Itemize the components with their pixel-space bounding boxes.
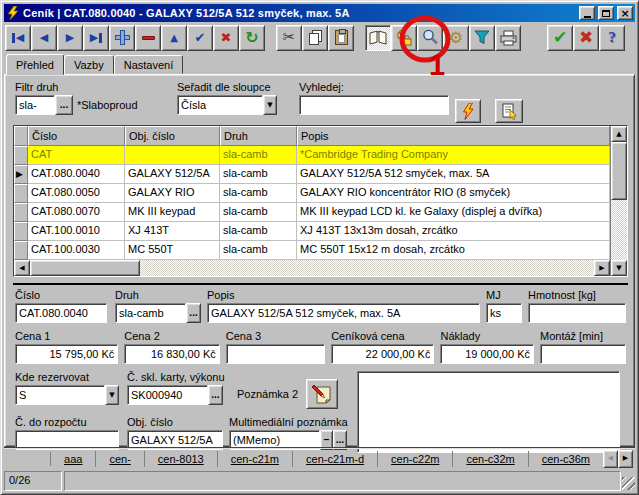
popis-field[interactable]	[207, 303, 480, 323]
horizontal-scroll-thumb[interactable]	[30, 260, 140, 276]
paste-button[interactable]	[328, 25, 354, 51]
discard-button[interactable]: ✖	[573, 25, 599, 51]
mj-field[interactable]	[486, 303, 522, 323]
permissions-button[interactable]	[391, 25, 417, 51]
close-button[interactable]: ×	[617, 6, 633, 20]
copy-button[interactable]	[302, 25, 328, 51]
table-row[interactable]: ▶ CAT.080.0040 GALAXY 512/5A sla-camb GA…	[14, 165, 610, 184]
footer-link-cen-8013[interactable]: cen-8013	[145, 451, 218, 467]
vertical-scroll-thumb[interactable]	[611, 142, 627, 200]
footer-link-aaa[interactable]: aaa	[51, 451, 96, 467]
cell-cislo[interactable]: CAT.080.0070	[28, 203, 125, 222]
search-button[interactable]	[417, 25, 443, 51]
vertical-scrollbar[interactable]: ▲ ▼	[610, 126, 627, 276]
first-record-button[interactable]: ◀	[5, 25, 31, 51]
sort-dropdown-button[interactable]: ▼	[263, 95, 277, 115]
kde-dropdown-button[interactable]: ▼	[105, 385, 119, 405]
column-header-druh[interactable]: Druh	[220, 126, 297, 146]
cislo-field[interactable]	[15, 303, 107, 323]
cell-cislo[interactable]: CAT	[28, 146, 125, 165]
footer-link-cen-c21m-d[interactable]: cen-c21m-d	[293, 451, 378, 467]
table-row[interactable]: CAT sla-camb *Cambridge Trading Company	[14, 146, 610, 165]
scroll-right-button[interactable]: ▶	[594, 260, 610, 276]
scroll-down-button[interactable]: ▼	[611, 260, 627, 276]
cell-druh[interactable]: sla-camb	[220, 222, 297, 241]
search-input[interactable]	[299, 95, 449, 115]
help-button[interactable]: ?	[599, 25, 625, 51]
cell-obj-cislo[interactable]: MC 550T	[125, 241, 220, 260]
row-selector[interactable]	[14, 222, 28, 241]
cena3-field[interactable]	[226, 344, 325, 364]
footer-scroll-left-button[interactable]: ◀	[603, 450, 618, 468]
skl-karta-ellipsis-button[interactable]: ...	[208, 385, 223, 405]
sort-combobox[interactable]	[177, 95, 263, 115]
print-button[interactable]	[495, 25, 521, 51]
quick-search-button[interactable]	[455, 99, 481, 123]
column-header-obj-cislo[interactable]: Obj. číslo	[125, 126, 220, 146]
cenikova-cena-field[interactable]	[331, 344, 434, 364]
last-record-button[interactable]: ▶	[83, 25, 109, 51]
footer-link-cen-c32m[interactable]: cen-c32m	[453, 451, 528, 467]
cell-obj-cislo[interactable]	[125, 146, 220, 165]
maximize-button[interactable]	[598, 6, 614, 20]
resize-grip[interactable]	[622, 477, 635, 490]
cell-druh[interactable]: sla-camb	[220, 241, 297, 260]
table-row[interactable]: CAT.100.0030 MC 550T sla-camb MC 550T 15…	[14, 241, 610, 260]
insert-record-button[interactable]	[109, 25, 135, 51]
row-selector[interactable]	[14, 203, 28, 222]
kde-rezervovat-combobox[interactable]	[15, 385, 105, 405]
row-selector-current[interactable]: ▶	[14, 165, 28, 184]
horizontal-scrollbar[interactable]: ◀ ▶	[14, 260, 610, 276]
montaz-field[interactable]	[540, 344, 626, 364]
naklady-field[interactable]	[440, 344, 534, 364]
row-selector[interactable]	[14, 241, 28, 260]
cell-cislo[interactable]: CAT.080.0050	[28, 184, 125, 203]
cell-druh[interactable]: sla-camb	[220, 146, 297, 165]
footer-link-cen[interactable]: cen-	[96, 451, 144, 467]
tab-nastaveni[interactable]: Nastavení	[114, 55, 184, 74]
cell-druh[interactable]: sla-camb	[220, 184, 297, 203]
cell-obj-cislo[interactable]: GALAXY RIO	[125, 184, 220, 203]
table-row[interactable]: CAT.080.0050 GALAXY RIO sla-camb GALAXY …	[14, 184, 610, 203]
cell-druh[interactable]: sla-camb	[220, 165, 297, 184]
tab-prehled[interactable]: Přehled	[6, 54, 64, 75]
settings-button[interactable]: ⚙	[443, 25, 469, 51]
cell-popis[interactable]: MC 550T 15x12 m dosah, zrcátko	[297, 241, 610, 260]
druh-field[interactable]	[115, 303, 186, 323]
prev-record-button[interactable]: ◀	[31, 25, 57, 51]
cell-popis[interactable]: *Cambridge Trading Company	[297, 146, 610, 165]
filter-druh-ellipsis-button[interactable]: ...	[55, 95, 73, 115]
druh-ellipsis-button[interactable]: ...	[186, 303, 201, 323]
filter-druh-input[interactable]	[15, 95, 55, 115]
skl-karta-field[interactable]	[127, 385, 208, 405]
column-header-popis[interactable]: Popis	[297, 126, 610, 146]
cell-obj-cislo[interactable]: MK III keypad	[125, 203, 220, 222]
cell-cislo[interactable]: CAT.080.0040	[28, 165, 125, 184]
ok-button[interactable]: ✔	[547, 25, 573, 51]
cancel-record-button[interactable]: ✖	[213, 25, 239, 51]
post-record-button[interactable]: ✔	[187, 25, 213, 51]
next-record-button[interactable]: ▶	[57, 25, 83, 51]
cena1-field[interactable]	[15, 344, 118, 364]
table-row[interactable]: CAT.080.0070 MK III keypad sla-camb MK I…	[14, 203, 610, 222]
scroll-up-button[interactable]: ▲	[611, 126, 627, 142]
footer-link-cen-c36m[interactable]: cen-c36m	[529, 451, 603, 467]
cell-popis[interactable]: GALAXY 512/5A 512 smyček, max. 5A	[297, 165, 610, 184]
scroll-left-button[interactable]: ◀	[14, 260, 30, 276]
cell-druh[interactable]: sla-camb	[220, 203, 297, 222]
browse-mode-button[interactable]	[365, 25, 391, 51]
poznamka2-memo-field[interactable]	[357, 371, 620, 453]
cell-popis[interactable]: MK III keypad LCD kl. ke Galaxy (displej…	[297, 203, 610, 222]
cell-obj-cislo[interactable]: GALAXY 512/5A	[125, 165, 220, 184]
footer-link-cen-c21m[interactable]: cen-c21m	[218, 451, 293, 467]
delete-record-button[interactable]	[135, 25, 161, 51]
cell-popis[interactable]: GALAXY RIO koncentrátor RIO (8 smyček)	[297, 184, 610, 203]
edit-record-button[interactable]: ▲	[161, 25, 187, 51]
cell-popis[interactable]: XJ 413T 13x13m dosah, zrcátko	[297, 222, 610, 241]
table-row[interactable]: CAT.100.0010 XJ 413T sla-camb XJ 413T 13…	[14, 222, 610, 241]
cell-obj-cislo[interactable]: XJ 413T	[125, 222, 220, 241]
cell-cislo[interactable]: CAT.100.0030	[28, 241, 125, 260]
row-selector[interactable]	[14, 184, 28, 203]
poznamka2-button[interactable]	[306, 379, 338, 409]
footer-link-cen-c22m[interactable]: cen-c22m	[378, 451, 453, 467]
